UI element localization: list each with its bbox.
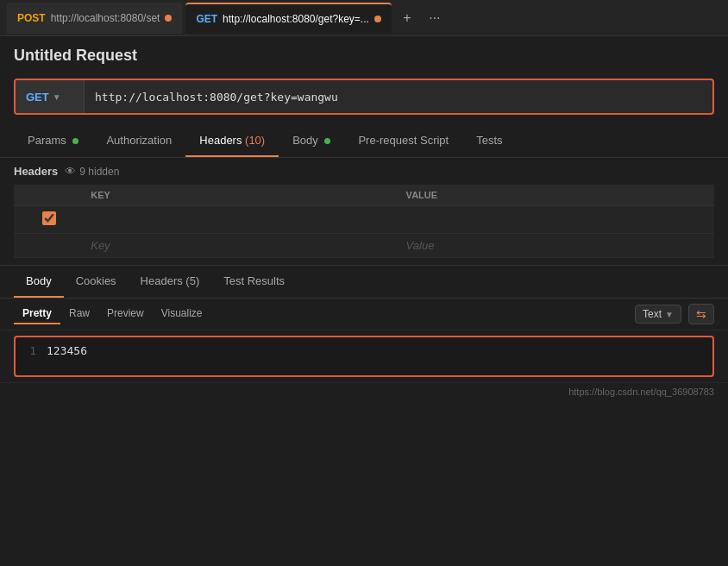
method-label: GET [26, 91, 49, 104]
request-title-area: Untitled Request [0, 36, 728, 72]
url-bar-container: GET ▼ [0, 72, 728, 122]
hidden-count: 9 hidden [79, 166, 119, 178]
method-dropdown-arrow: ▼ [53, 92, 61, 102]
empty-value-cell[interactable]: Value [399, 234, 714, 258]
headers-table: KEY VALUE Key Value [14, 185, 714, 258]
row-checkbox[interactable] [42, 211, 56, 225]
format-tab-preview[interactable]: Preview [98, 304, 153, 324]
response-headers-count: (5) [185, 274, 199, 287]
nav-tab-params[interactable]: Params [14, 125, 92, 157]
tab-dot-post [165, 15, 172, 22]
code-output-area: 1 123456 [14, 336, 714, 377]
body-dot [324, 138, 330, 144]
col-checkbox [14, 185, 84, 206]
url-bar: GET ▼ [14, 79, 714, 115]
request-nav-tabs: Params Authorization Headers (10) Body P… [0, 125, 728, 158]
format-tab-raw-label: Raw [69, 307, 90, 319]
empty-key-cell[interactable]: Key [84, 234, 399, 258]
tab-url-get: http://localhost:8080/get?key=... [223, 13, 369, 25]
col-key: KEY [84, 185, 399, 206]
table-row [14, 206, 714, 234]
key-placeholder: Key [91, 239, 110, 252]
response-tab-cookies-label: Cookies [76, 274, 116, 287]
nav-tab-headers[interactable]: Headers (10) [185, 125, 279, 157]
status-bar: https://blog.csdn.net/qq_36908783 [0, 382, 728, 400]
status-bar-url: https://blog.csdn.net/qq_36908783 [568, 387, 714, 397]
nav-tab-headers-label: Headers [199, 134, 245, 147]
method-select[interactable]: GET ▼ [16, 80, 85, 113]
nav-tab-authorization-label: Authorization [106, 134, 172, 147]
nav-tab-tests-label: Tests [476, 134, 502, 147]
tab-method-get: GET [196, 13, 217, 25]
empty-checkbox-cell [14, 234, 84, 258]
col-value: VALUE [399, 185, 714, 206]
url-input[interactable] [85, 91, 712, 104]
eye-icon: 👁 [65, 165, 76, 178]
nav-tab-body[interactable]: Body [279, 125, 344, 157]
more-tabs-button[interactable]: ··· [423, 6, 447, 30]
value-placeholder: Value [406, 239, 435, 252]
tab-url-post: http://localhost:8080/set [51, 12, 160, 24]
nav-tab-pre-request-label: Pre-request Script [358, 134, 449, 147]
format-tab-pretty-label: Pretty [22, 307, 52, 319]
tab-post[interactable]: POST http://localhost:8080/set [7, 3, 182, 34]
response-area: Body Cookies Headers (5) Test Results Pr… [0, 265, 728, 400]
response-tabs: Body Cookies Headers (5) Test Results [0, 266, 728, 299]
params-dot [72, 138, 78, 144]
nav-tab-tests[interactable]: Tests [462, 125, 516, 157]
format-tab-visualize-label: Visualize [161, 307, 203, 319]
tab-dot-get [374, 16, 381, 22]
response-tab-headers-label: Headers [141, 274, 186, 287]
row-checkbox-cell [14, 206, 84, 234]
word-wrap-button[interactable]: ⇆ [688, 304, 714, 324]
response-tab-cookies[interactable]: Cookies [64, 266, 129, 298]
response-tab-body[interactable]: Body [14, 266, 64, 298]
code-content: 123456 [47, 344, 87, 368]
format-select-arrow: ▼ [665, 310, 674, 319]
table-row-empty: Key Value [14, 234, 714, 258]
add-tab-button[interactable]: + [395, 6, 419, 30]
format-tab-pretty[interactable]: Pretty [14, 304, 60, 324]
response-body-toolbar: Pretty Raw Preview Visualize Text ▼ ⇆ [0, 299, 728, 330]
tab-get[interactable]: GET http://localhost:8080/get?key=... [185, 3, 391, 34]
response-tab-test-results[interactable]: Test Results [211, 266, 297, 298]
nav-tab-pre-request[interactable]: Pre-request Script [344, 125, 462, 157]
format-type-select[interactable]: Text ▼ [635, 305, 681, 324]
response-tab-body-label: Body [26, 274, 52, 287]
row-value-cell [399, 206, 714, 234]
format-tab-visualize[interactable]: Visualize [153, 304, 211, 324]
hidden-badge: 👁 9 hidden [65, 165, 119, 178]
response-tab-test-results-label: Test Results [223, 274, 285, 287]
format-tab-preview-label: Preview [107, 307, 144, 319]
response-tab-headers[interactable]: Headers (5) [129, 266, 212, 298]
nav-tab-params-label: Params [28, 134, 66, 147]
headers-count: (10) [245, 134, 265, 147]
headers-section-label: Headers [14, 165, 58, 178]
line-number: 1 [22, 344, 36, 368]
row-key-cell [84, 206, 399, 234]
tab-bar: POST http://localhost:8080/set GET http:… [0, 0, 728, 36]
headers-label-row: Headers 👁 9 hidden [14, 165, 714, 178]
headers-section: Headers 👁 9 hidden KEY VALUE [0, 158, 728, 265]
tab-method-post: POST [17, 12, 46, 24]
request-title: Untitled Request [14, 47, 714, 65]
format-type-label: Text [643, 308, 662, 320]
format-tab-raw[interactable]: Raw [60, 304, 98, 324]
nav-tab-body-label: Body [292, 134, 318, 147]
nav-tab-authorization[interactable]: Authorization [92, 125, 185, 157]
